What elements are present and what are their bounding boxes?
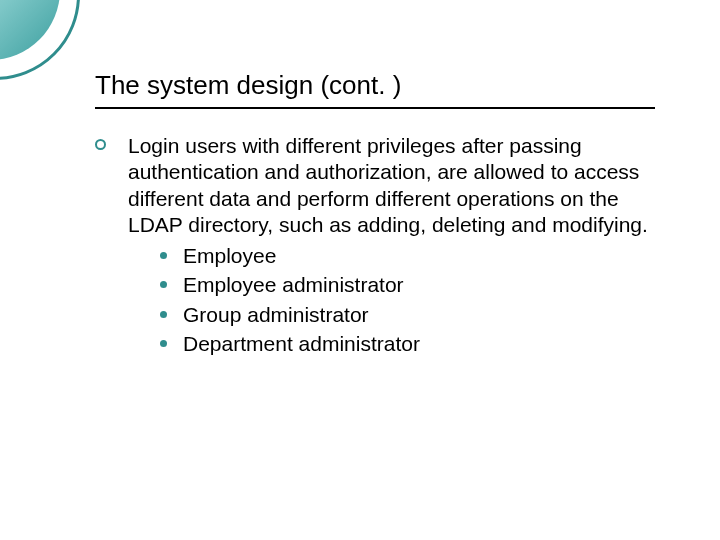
sub-item-label: Employee administrator xyxy=(183,271,404,298)
list-item: Group administrator xyxy=(160,301,655,328)
slide-title: The system design (cont. ) xyxy=(95,70,655,101)
solid-circle-icon xyxy=(160,340,167,347)
list-item: Employee xyxy=(160,242,655,269)
list-item: Employee administrator xyxy=(160,271,655,298)
list-item: Department administrator xyxy=(160,330,655,357)
sub-list: Employee Employee administrator Group ad… xyxy=(128,242,655,357)
solid-circle-icon xyxy=(160,281,167,288)
sub-item-label: Employee xyxy=(183,242,276,269)
solid-circle-icon xyxy=(160,311,167,318)
sub-item-label: Group administrator xyxy=(183,301,369,328)
solid-circle-icon xyxy=(160,252,167,259)
bullet-text: Login users with different privileges af… xyxy=(128,133,655,238)
hollow-circle-icon xyxy=(95,139,106,150)
bullet-item: Login users with different privileges af… xyxy=(95,133,655,357)
title-underline xyxy=(95,107,655,109)
slide-content: The system design (cont. ) Login users w… xyxy=(95,70,655,357)
sub-item-label: Department administrator xyxy=(183,330,420,357)
bullet-body: Login users with different privileges af… xyxy=(128,133,655,357)
